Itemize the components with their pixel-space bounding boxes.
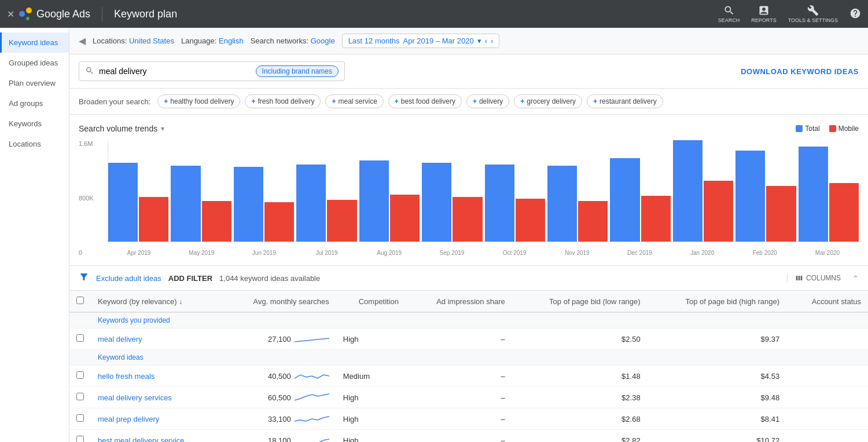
search-nav-button[interactable]: SEARCH	[718, 5, 740, 23]
row-keyword[interactable]: best meal delivery service	[91, 430, 220, 443]
table-section: Exclude adult ideas ADD FILTER 1,044 key…	[69, 266, 868, 442]
location-filter: Locations: United States	[93, 36, 174, 45]
download-keyword-ideas-link[interactable]: DOWNLOAD KEYWORD IDEAS	[741, 67, 859, 76]
sidebar-item-keyword-ideas[interactable]: Keyword ideas	[0, 32, 69, 53]
chart-dropdown-icon[interactable]: ▾	[161, 125, 164, 133]
keyword-table: Keyword (by relevance) ↓ Avg. monthly se…	[69, 291, 868, 442]
network-value[interactable]: Google	[311, 36, 335, 45]
row-monthly-searches: 18,100	[220, 430, 336, 443]
sidebar-item-grouped-ideas[interactable]: Grouped ideas	[0, 53, 69, 73]
row-competition: High	[336, 387, 406, 408]
row-checkbox[interactable]	[76, 371, 84, 379]
chart-x-label: Jan 2020	[671, 250, 734, 256]
tools-nav-button[interactable]: TOOLS & SETTINGS	[788, 5, 838, 23]
date-range-filter[interactable]: Last 12 months Apr 2019 – Mar 2020 ▾ ‹ ›	[342, 34, 500, 48]
sort-arrow: ↓	[179, 298, 182, 306]
bar-total	[296, 165, 326, 242]
legend-total: Total	[796, 125, 819, 133]
broaden-chip-healthy-food-delivery[interactable]: + healthy food delivery	[157, 94, 240, 108]
row-keyword[interactable]: meal delivery services	[91, 387, 220, 408]
row-checkbox[interactable]	[76, 436, 84, 442]
plus-icon: +	[520, 97, 524, 105]
chip-label: best food delivery	[401, 97, 455, 105]
network-label: Search networks:	[251, 36, 308, 45]
row-competition: Medium	[336, 366, 406, 387]
chart-bar-group	[296, 140, 356, 242]
row-keyword[interactable]: meal delivery	[91, 328, 220, 350]
row-keyword[interactable]: hello fresh meals	[91, 366, 220, 387]
row-competition: High	[336, 408, 406, 430]
broaden-chip-fresh-food-delivery[interactable]: + fresh food delivery	[245, 94, 321, 108]
exclude-adult-ideas-link[interactable]: Exclude adult ideas	[96, 274, 161, 283]
next-arrow[interactable]: ›	[491, 36, 493, 45]
sidebar-item-ad-groups[interactable]: Ad groups	[0, 93, 69, 114]
close-icon[interactable]: ✕	[7, 9, 14, 20]
search-box: Including brand names	[79, 61, 345, 81]
row-keyword[interactable]: meal prep delivery	[91, 408, 220, 430]
row-account-status	[786, 408, 868, 430]
row-checkbox[interactable]	[76, 334, 84, 342]
competition-header[interactable]: Competition	[336, 291, 406, 312]
chip-label: healthy food delivery	[170, 97, 234, 105]
sidebar-item-locations[interactable]: Locations	[0, 134, 69, 154]
broaden-chip-delivery[interactable]: + delivery	[466, 94, 509, 108]
sidebar-toggle[interactable]: ◀	[79, 35, 86, 46]
keyword-header[interactable]: Keyword (by relevance) ↓	[91, 291, 220, 312]
bar-total	[610, 158, 639, 242]
row-checkbox-cell	[69, 430, 91, 443]
broaden-chip-meal-service[interactable]: + meal service	[325, 94, 383, 108]
row-checkbox[interactable]	[76, 393, 84, 400]
keyword-count-label: 1,044 keyword ideas available	[219, 274, 320, 283]
add-filter-button[interactable]: ADD FILTER	[168, 274, 212, 283]
columns-label: COLUMNS	[806, 274, 841, 282]
chart-header: Search volume trends ▾ Total Mobile	[79, 124, 859, 133]
collapse-button[interactable]: ⌃	[852, 274, 859, 283]
broaden-chip-best-food-delivery[interactable]: + best food delivery	[388, 94, 462, 108]
chart-area: 1.6M 800K 0 Apr 2019May 2019Jun 2019Jul …	[79, 140, 859, 256]
row-monthly-searches: 33,100	[220, 408, 336, 430]
row-account-status	[786, 430, 868, 443]
search-input[interactable]	[99, 67, 247, 76]
account-status-header[interactable]: Account status	[786, 291, 868, 312]
trend-sparkline	[295, 333, 329, 345]
chart-bar-group	[485, 140, 545, 242]
columns-button[interactable]: COLUMNS	[787, 273, 841, 283]
chart-container: 1.6M 800K 0 Apr 2019May 2019Jun 2019Jul …	[79, 140, 859, 256]
reports-nav-button[interactable]: REPORTS	[751, 5, 776, 23]
prev-arrow[interactable]: ‹	[485, 36, 487, 45]
chart-y-labels: 1.6M 800K 0	[79, 140, 105, 256]
language-value[interactable]: English	[219, 36, 244, 45]
network-filter: Search networks: Google	[251, 36, 335, 45]
reports-nav-label: REPORTS	[751, 17, 776, 23]
language-filter: Language: English	[181, 36, 244, 45]
monthly-searches-header[interactable]: Avg. monthly searches	[220, 291, 336, 312]
brand-names-tag[interactable]: Including brand names	[256, 65, 339, 77]
chip-label: grocery delivery	[527, 97, 576, 105]
chart-bar-group	[673, 140, 733, 242]
table-toolbar: Exclude adult ideas ADD FILTER 1,044 key…	[69, 266, 868, 291]
date-label: Last 12 months	[348, 36, 400, 45]
sidebar-item-keywords[interactable]: Keywords	[0, 114, 69, 134]
google-logo	[19, 8, 32, 20]
section-label-ideas: Keyword ideas	[91, 350, 868, 366]
select-all-checkbox[interactable]	[76, 297, 84, 304]
sidebar-item-plan-overview[interactable]: Plan overview	[0, 73, 69, 93]
bid-low-header[interactable]: Top of page bid (low range)	[512, 291, 648, 312]
broaden-chip-restaurant-delivery[interactable]: + restaurant delivery	[587, 94, 663, 108]
bid-high-header[interactable]: Top of page bid (high range)	[648, 291, 786, 312]
broaden-chip-grocery-delivery[interactable]: + grocery delivery	[514, 94, 582, 108]
chart-x-label: Oct 2019	[483, 250, 546, 256]
chart-x-label: Aug 2019	[358, 250, 421, 256]
table-header-row: Keyword (by relevance) ↓ Avg. monthly se…	[69, 291, 868, 312]
page-title: Keyword plan	[114, 8, 177, 20]
location-label: Locations:	[93, 36, 127, 45]
chart-x-label: Jul 2019	[296, 250, 358, 256]
location-value[interactable]: United States	[129, 36, 174, 45]
row-checkbox[interactable]	[76, 414, 84, 422]
help-nav-button[interactable]	[849, 8, 861, 20]
chart-bar-group	[422, 140, 482, 242]
chart-bar-group	[108, 140, 168, 242]
bar-mobile	[327, 200, 356, 242]
ad-impression-header[interactable]: Ad impression share	[406, 291, 512, 312]
row-bid-low: $2.50	[512, 328, 648, 350]
